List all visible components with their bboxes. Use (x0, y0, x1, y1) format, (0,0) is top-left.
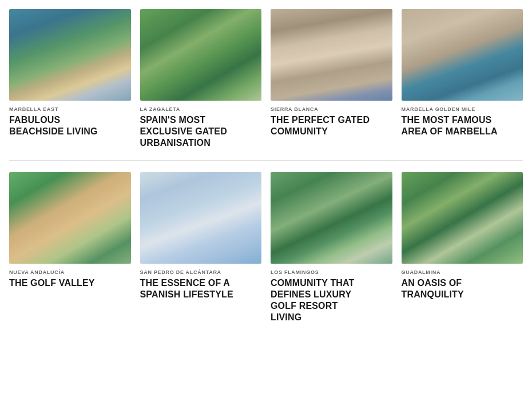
card-title-nueva-andalucia: THE GOLF VALLEY (9, 277, 131, 289)
card-region-marbella-golden-mile: Marbella Golden Mile (402, 106, 523, 112)
card-title-los-flamingos: COMMUNITY THATDEFINES LUXURYGOLF RESORTL… (271, 277, 392, 323)
card-image-marbella-east (9, 9, 131, 101)
card-title-marbella-east: FABULOUSBEACHSIDE LIVING (9, 114, 131, 137)
card-region-los-flamingos: Los Flamingos (271, 269, 392, 275)
card-region-san-pedro: San Pedro de Alcántara (140, 269, 262, 275)
card-la-zagaleta[interactable]: La ZagaletaSPAIN'S MOSTEXCLUSIVE GATEDUR… (140, 9, 262, 149)
card-region-la-zagaleta: La Zagaleta (140, 106, 262, 112)
card-photo-marbella-golden-mile (402, 9, 523, 101)
card-photo-los-flamingos (271, 172, 392, 264)
card-title-guadalmina: AN OASIS OFTRANQUILITY (402, 277, 523, 300)
card-region-sierra-blanca: Sierra Blanca (271, 106, 392, 112)
card-image-sierra-blanca (271, 9, 392, 101)
card-region-nueva-andalucia: Nueva Andalucía (9, 269, 131, 275)
card-los-flamingos[interactable]: Los FlamingosCOMMUNITY THATDEFINES LUXUR… (271, 172, 392, 323)
card-region-marbella-east: Marbella East (9, 106, 131, 112)
card-photo-marbella-east (9, 9, 131, 101)
card-region-guadalmina: Guadalmina (402, 269, 523, 275)
card-image-san-pedro (140, 172, 262, 264)
card-photo-sierra-blanca (271, 9, 392, 101)
card-marbella-east[interactable]: Marbella EastFABULOUSBEACHSIDE LIVING (9, 9, 131, 149)
card-image-marbella-golden-mile (402, 9, 523, 101)
card-image-nueva-andalucia (9, 172, 131, 264)
property-grid: Marbella EastFABULOUSBEACHSIDE LIVINGLa … (9, 9, 523, 323)
card-marbella-golden-mile[interactable]: Marbella Golden MileTHE MOST FAMOUSAREA … (402, 9, 523, 149)
card-photo-nueva-andalucia (9, 172, 131, 264)
row-separator (9, 160, 523, 161)
card-guadalmina[interactable]: GuadalminaAN OASIS OFTRANQUILITY (402, 172, 523, 323)
card-image-guadalmina (402, 172, 523, 264)
card-title-san-pedro: THE ESSENCE OF ASPANISH LIFESTYLE (140, 277, 262, 300)
card-photo-la-zagaleta (140, 9, 262, 101)
card-nueva-andalucia[interactable]: Nueva AndalucíaTHE GOLF VALLEY (9, 172, 131, 323)
card-title-marbella-golden-mile: THE MOST FAMOUSAREA OF MARBELLA (402, 114, 523, 137)
card-san-pedro[interactable]: San Pedro de AlcántaraTHE ESSENCE OF ASP… (140, 172, 262, 323)
card-image-la-zagaleta (140, 9, 262, 101)
card-title-la-zagaleta: SPAIN'S MOSTEXCLUSIVE GATEDURBANISATION (140, 114, 262, 149)
card-photo-san-pedro (140, 172, 262, 264)
card-photo-guadalmina (402, 172, 523, 264)
card-sierra-blanca[interactable]: Sierra BlancaTHE PERFECT GATEDCOMMUNITY (271, 9, 392, 149)
card-title-sierra-blanca: THE PERFECT GATEDCOMMUNITY (271, 114, 392, 137)
card-image-los-flamingos (271, 172, 392, 264)
